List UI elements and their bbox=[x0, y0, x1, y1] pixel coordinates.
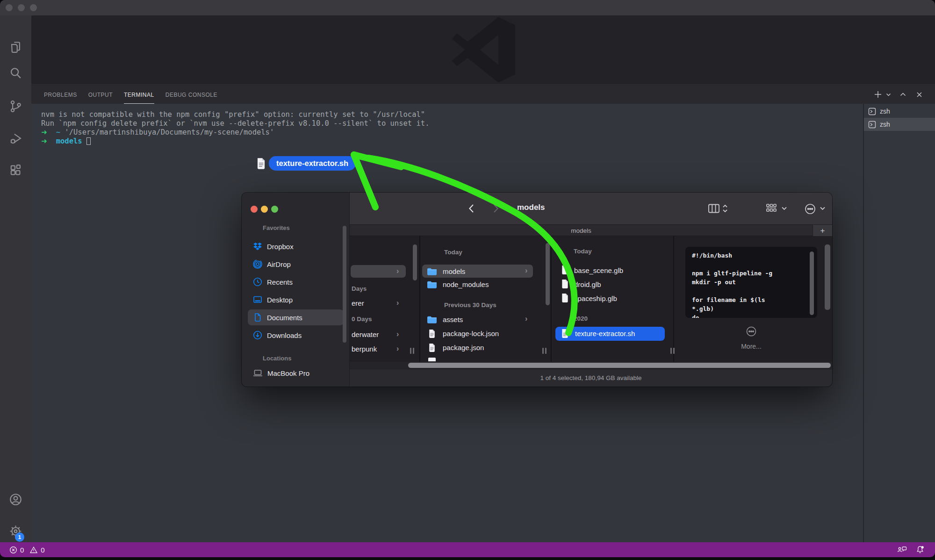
zoom-traffic-light[interactable] bbox=[30, 4, 37, 11]
group-by-icon[interactable] bbox=[765, 203, 777, 214]
code-line bbox=[692, 260, 817, 269]
sidebar-item-desktop[interactable]: Desktop bbox=[253, 293, 345, 307]
favorites-header: Favorites bbox=[263, 224, 290, 231]
chevron-down-icon[interactable] bbox=[820, 206, 826, 211]
finder-close-traffic-light[interactable] bbox=[251, 206, 258, 213]
more-options-icon[interactable] bbox=[804, 203, 816, 215]
vscode-window: 1 PROBLEMS OUTPUT TERMINAL DEBUG CONSOLE… bbox=[0, 0, 935, 557]
col1-header: 0 Days bbox=[352, 316, 372, 323]
terminal-instance-list: zsh zsh bbox=[864, 104, 935, 542]
source-control-icon[interactable] bbox=[8, 99, 23, 114]
terminal-dropdown-chevron-icon[interactable] bbox=[885, 85, 892, 104]
settings-badge: 1 bbox=[15, 532, 24, 542]
folder-icon bbox=[427, 280, 437, 288]
prompt-dir: models bbox=[56, 137, 82, 145]
col3-item-spaceship[interactable]: spaceship.glb bbox=[574, 294, 617, 302]
col3-item-droid[interactable]: droid.glb bbox=[574, 280, 601, 288]
col2-header-previous-30-days: Previous 30 Days bbox=[444, 302, 496, 309]
code-line: do bbox=[692, 313, 817, 318]
chevron-right: › bbox=[396, 299, 399, 307]
sidebar-scrollbar[interactable] bbox=[343, 226, 346, 343]
col3-item-base-scene[interactable]: base_scene.glb bbox=[574, 266, 623, 274]
search-icon[interactable] bbox=[8, 66, 23, 80]
code-line: *.glb) bbox=[692, 304, 817, 313]
sidebar-item-dropbox[interactable]: Dropbox bbox=[253, 239, 345, 253]
finder-tab-models[interactable]: models bbox=[350, 225, 813, 237]
panel-maximize-icon[interactable] bbox=[899, 85, 906, 104]
sidebar-item-macbook-pro[interactable]: MacBook Pro bbox=[253, 366, 345, 380]
chevron-down-icon[interactable] bbox=[781, 206, 787, 211]
tab-terminal[interactable]: TERMINAL bbox=[124, 85, 154, 104]
account-icon[interactable] bbox=[8, 492, 23, 507]
col2-item-package-lock[interactable]: package-lock.json bbox=[443, 330, 499, 337]
feedback-icon[interactable] bbox=[897, 546, 907, 554]
panel-tabs: PROBLEMS OUTPUT TERMINAL DEBUG CONSOLE bbox=[44, 85, 217, 104]
column-divider[interactable] bbox=[673, 236, 674, 362]
back-icon[interactable] bbox=[467, 203, 477, 214]
error-icon bbox=[9, 546, 17, 554]
col3-header-today: Today bbox=[574, 248, 592, 255]
tab-debug-console[interactable]: DEBUG CONSOLE bbox=[165, 85, 217, 104]
terminal-line: nvm is not compatible with the npm confi… bbox=[41, 110, 425, 119]
sidebar-item-airdrop[interactable]: AirDrop bbox=[253, 257, 345, 271]
close-traffic-light[interactable] bbox=[6, 4, 13, 11]
problems-status[interactable]: 0 0 bbox=[9, 542, 45, 557]
sidebar-item-recents[interactable]: Recents bbox=[253, 275, 345, 289]
tab-output[interactable]: OUTPUT bbox=[88, 85, 113, 104]
terminal-instance-zsh-selected[interactable]: zsh bbox=[864, 118, 935, 131]
col2-scrollbar[interactable] bbox=[546, 243, 550, 305]
file-icon bbox=[561, 329, 569, 338]
forward-icon[interactable] bbox=[490, 203, 501, 214]
panel-close-icon[interactable] bbox=[916, 85, 923, 104]
col1-item[interactable]: berpunk bbox=[352, 345, 377, 353]
explorer-icon[interactable] bbox=[8, 40, 23, 55]
column-resize-handle[interactable] bbox=[542, 348, 547, 354]
terminal-instance-zsh[interactable]: zsh bbox=[864, 105, 935, 118]
col1-item[interactable]: erer bbox=[352, 299, 364, 307]
col2-item-node-modules[interactable]: node_modules bbox=[443, 280, 489, 288]
view-sort-chevrons-icon[interactable] bbox=[722, 204, 728, 213]
run-debug-icon[interactable] bbox=[8, 131, 23, 146]
col1-scrollbar[interactable] bbox=[413, 244, 417, 280]
finder-sidebar: Favorites Dropbox AirDrop Recents Deskto… bbox=[242, 193, 350, 387]
new-terminal-button[interactable] bbox=[874, 85, 882, 104]
desktop-icon bbox=[253, 295, 262, 304]
notifications-bell-icon[interactable] bbox=[915, 545, 925, 554]
column-resize-handle[interactable] bbox=[670, 348, 675, 354]
col3-item-texture-extractor[interactable]: texture-extractor.sh bbox=[575, 330, 635, 337]
finder-minimize-traffic-light[interactable] bbox=[261, 206, 268, 213]
sidebar-item-label: Desktop bbox=[267, 296, 293, 304]
col2-item-models[interactable]: models bbox=[443, 267, 465, 275]
column-resize-handle[interactable] bbox=[410, 348, 415, 354]
new-tab-button[interactable]: + bbox=[813, 225, 832, 237]
extensions-icon[interactable] bbox=[8, 163, 23, 178]
minimize-traffic-light[interactable] bbox=[18, 4, 25, 11]
file-icon bbox=[428, 343, 436, 352]
col3-header-2020: 2020 bbox=[574, 315, 588, 322]
sidebar-item-label: AirDrop bbox=[267, 260, 291, 268]
column-divider[interactable] bbox=[551, 236, 552, 362]
sidebar-item-downloads[interactable]: Downloads bbox=[253, 328, 345, 342]
terminal-cursor bbox=[86, 137, 91, 145]
locations-header: Locations bbox=[263, 355, 291, 362]
col1-item[interactable]: derwater bbox=[352, 330, 379, 338]
finder-status-text: 1 of 4 selected, 180,94 GB available bbox=[540, 374, 642, 381]
tab-problems[interactable]: PROBLEMS bbox=[44, 85, 77, 104]
preview-more[interactable]: More... bbox=[685, 326, 817, 350]
col2-item-package-json[interactable]: package.json bbox=[443, 344, 484, 352]
prompt-path: '/Users/martinshibuya/Documents/my-scene… bbox=[65, 128, 274, 136]
finder-zoom-traffic-light[interactable] bbox=[271, 206, 278, 213]
code-line: for filename in $(ls bbox=[692, 295, 817, 304]
more-ellipsis-icon bbox=[746, 326, 757, 337]
sidebar-item-documents[interactable]: Documents bbox=[253, 310, 345, 324]
code-line: npm i gltf-pipeline -g bbox=[692, 269, 817, 278]
preview-scrollbar[interactable] bbox=[810, 251, 814, 315]
dragged-file-chip[interactable]: texture-extractor.sh bbox=[256, 156, 356, 171]
column-divider[interactable] bbox=[419, 236, 420, 362]
column-view-icon[interactable] bbox=[708, 203, 720, 214]
col2-item-assets[interactable]: assets bbox=[443, 316, 463, 323]
chevron-right: › bbox=[396, 267, 399, 275]
col4-scrollbar[interactable] bbox=[825, 244, 830, 310]
horizontal-scrollbar[interactable] bbox=[408, 363, 831, 368]
col2-row-models-highlight[interactable] bbox=[422, 265, 533, 278]
